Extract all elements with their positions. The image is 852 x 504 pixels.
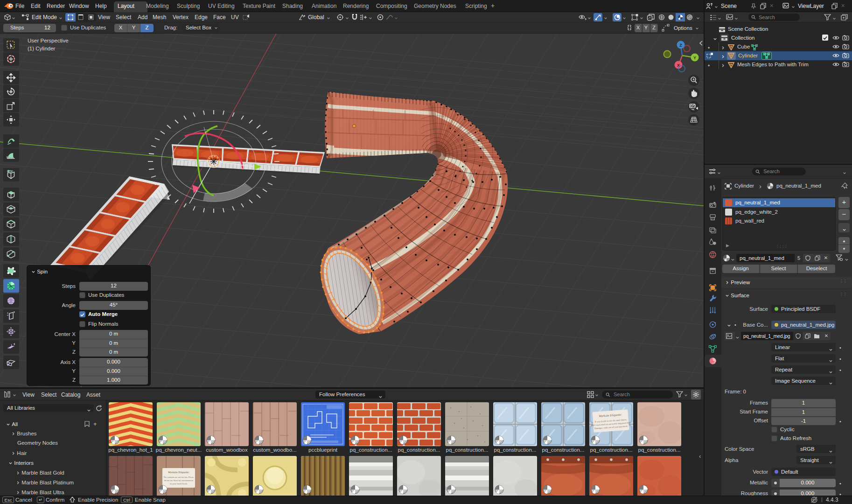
svg-text:(1) Cylinder: (1) Cylinder [28, 46, 56, 51]
svg-text:do not use them for entertainm: do not use them for entertainment [164, 479, 194, 482]
svg-text:Z: Z [679, 43, 682, 48]
svg-text:on your lunch break.: on your lunch break. [170, 483, 188, 485]
svg-text:The cannons are not for fun. P: The cannons are not for fun. Please [164, 476, 194, 478]
svg-text:User Perspective: User Perspective [28, 38, 69, 43]
svg-text:Y: Y [693, 56, 696, 60]
svg-text:Worksite Etiquette:: Worksite Etiquette: [168, 471, 189, 474]
